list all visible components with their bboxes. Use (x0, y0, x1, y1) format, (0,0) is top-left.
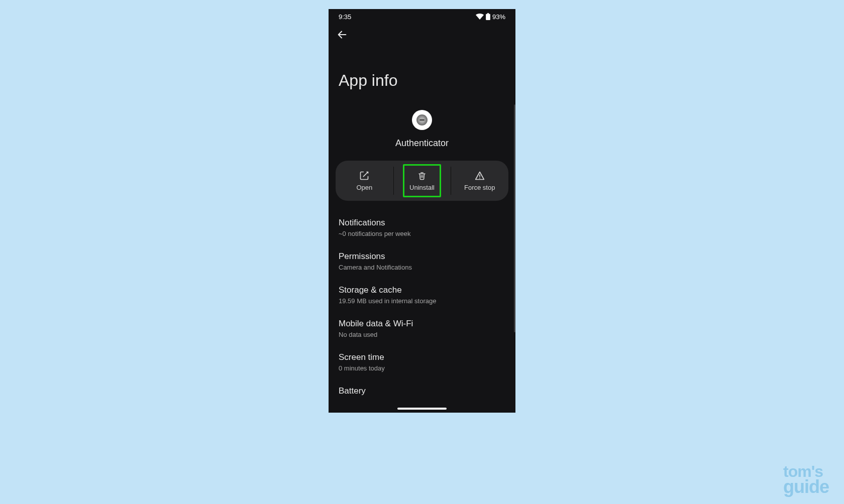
action-row: Open Uninstall Force stop (336, 161, 508, 201)
wifi-icon (476, 14, 484, 20)
setting-sub: 19.59 MB used in internal storage (339, 297, 505, 305)
uninstall-button[interactable]: Uninstall (393, 161, 451, 201)
setting-mobile-data[interactable]: Mobile data & Wi-Fi No data used (339, 312, 505, 345)
setting-sub: Camera and Notifications (339, 264, 505, 271)
gesture-pill (397, 408, 447, 410)
svg-rect-1 (487, 13, 489, 14)
setting-sub: ~0 notifications per week (339, 230, 505, 237)
status-time: 9:35 (339, 13, 351, 21)
setting-battery[interactable]: Battery (339, 379, 505, 405)
open-icon (359, 171, 369, 181)
open-button[interactable]: Open (336, 161, 393, 201)
setting-screen-time[interactable]: Screen time 0 minutes today (339, 345, 505, 379)
authenticator-icon (416, 114, 428, 125)
status-right: 93% (476, 13, 505, 21)
tutorial-highlight (403, 164, 442, 197)
setting-title: Permissions (339, 251, 505, 262)
back-row (329, 24, 515, 40)
force-stop-label: Force stop (464, 184, 495, 191)
setting-storage[interactable]: Storage & cache 19.59 MB used in interna… (339, 278, 505, 312)
setting-notifications[interactable]: Notifications ~0 notifications per week (339, 211, 505, 244)
app-icon (412, 110, 432, 130)
battery-icon (486, 13, 490, 20)
settings-list: Notifications ~0 notifications per week … (329, 211, 515, 405)
svg-rect-0 (486, 14, 490, 20)
setting-title: Mobile data & Wi-Fi (339, 319, 505, 329)
setting-sub: No data used (339, 331, 505, 338)
back-icon[interactable] (337, 29, 507, 40)
watermark: tom's guide (783, 464, 829, 495)
phone-screenshot: 9:35 93% App info Authenticator Open Uni… (329, 9, 515, 413)
setting-title: Battery (339, 386, 505, 396)
setting-permissions[interactable]: Permissions Camera and Notifications (339, 244, 505, 278)
status-bar: 9:35 93% (329, 9, 515, 24)
status-battery-pct: 93% (492, 13, 505, 21)
watermark-line2: guide (783, 476, 829, 497)
warning-icon (475, 171, 485, 181)
setting-title: Storage & cache (339, 285, 505, 295)
open-label: Open (356, 184, 372, 191)
app-header: Authenticator (329, 110, 515, 149)
scrollbar[interactable] (514, 104, 515, 332)
app-name: Authenticator (395, 138, 449, 149)
setting-title: Notifications (339, 218, 505, 228)
setting-sub: 0 minutes today (339, 364, 505, 372)
trash-icon (417, 171, 427, 181)
page-title: App info (329, 40, 515, 110)
force-stop-button[interactable]: Force stop (451, 161, 508, 201)
setting-title: Screen time (339, 352, 505, 362)
uninstall-label: Uninstall (409, 184, 435, 191)
